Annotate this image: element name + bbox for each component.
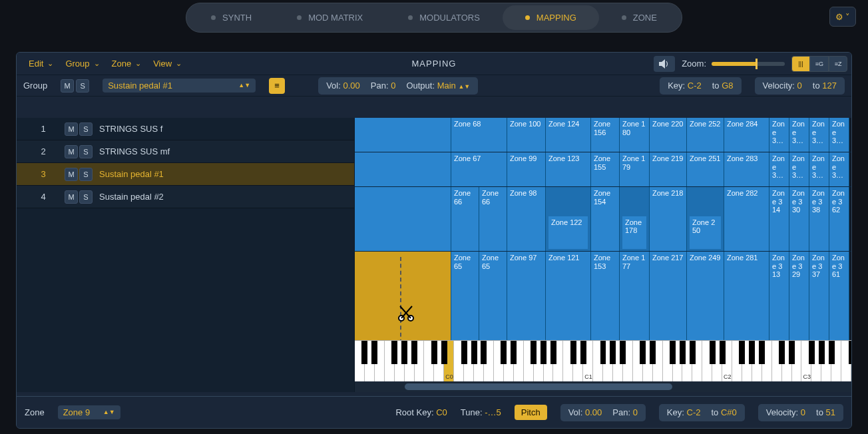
group-mute-button[interactable]: M	[61, 79, 74, 93]
zone-cell[interactable]: Zone 66	[451, 187, 479, 251]
tab-zone[interactable]: ZONE	[599, 5, 680, 30]
solo-button[interactable]: S	[79, 190, 93, 204]
group-key-from[interactable]: C-2	[688, 81, 702, 91]
zone-cell[interactable]: Zone 155	[591, 152, 620, 186]
zone-cell[interactable]: Zone 3…	[829, 152, 849, 186]
group-output-select[interactable]: Main ▲▼	[437, 81, 471, 91]
zone-cell[interactable]: Zone 250	[687, 187, 724, 251]
zone-cell[interactable]: Zone 283	[724, 152, 769, 186]
group-solo-button[interactable]: S	[76, 79, 89, 93]
view-list-z-icon[interactable]: ≡Z	[829, 56, 847, 72]
group-pan-value[interactable]: 0	[391, 81, 395, 91]
zone-cell[interactable]: Zone 65	[451, 252, 479, 351]
zone-cell[interactable]: Zone 67	[451, 152, 507, 186]
zone-cell[interactable]: Zone 314	[769, 187, 789, 251]
zone-cell[interactable]: Zone 313	[769, 252, 789, 351]
zone-cell[interactable]: Zone 251	[687, 152, 724, 186]
mute-button[interactable]: M	[65, 122, 78, 136]
zone-key-to[interactable]: C#0	[721, 407, 737, 417]
zone-root-key[interactable]: C0	[436, 407, 447, 417]
zone-cell[interactable]: Zone 180	[620, 118, 650, 152]
solo-button[interactable]: S	[79, 122, 93, 136]
zone-map[interactable]: Zone 68Zone 100Zone 124Zone 156Zone 180Z…	[355, 118, 851, 392]
zone-cell[interactable]: Zone 3…	[789, 118, 809, 152]
zone-cell[interactable]: Zone 217	[650, 252, 687, 351]
view-list-g-icon[interactable]: ≡G	[810, 56, 829, 72]
zone-cell[interactable]: Zone 337	[809, 252, 829, 351]
zone-cell[interactable]: Zone 3…	[809, 152, 829, 186]
group-row[interactable]: 3 M S Sustain pedal #1	[17, 163, 354, 186]
zone-cell[interactable]	[355, 152, 451, 186]
zone-cell[interactable]: Zone 284	[724, 118, 769, 152]
view-keyboard-icon[interactable]: |||	[791, 56, 810, 72]
solo-button[interactable]: S	[79, 168, 93, 181]
zone-cell[interactable]: Zone 179	[620, 152, 650, 186]
zone-cell[interactable]: Zone 282	[724, 187, 769, 251]
zone-tune[interactable]: -…5	[485, 407, 501, 417]
zone-cell[interactable]: Zone 3…	[769, 152, 789, 186]
zone-cell[interactable]: Zone 219	[650, 152, 687, 186]
zone-cell[interactable]: Zone 329	[789, 252, 809, 351]
group-vel-from[interactable]: 0	[797, 81, 802, 91]
mute-button[interactable]: M	[65, 190, 78, 204]
zoom-control[interactable]: Zoom:	[682, 59, 785, 69]
zone-cell[interactable]	[355, 252, 451, 351]
zone-cell[interactable]: Zone 3…	[829, 118, 849, 152]
zone-cell[interactable]: Zone 281	[724, 252, 769, 351]
group-vel-to[interactable]: 127	[822, 81, 837, 91]
tab-modulators[interactable]: MODULATORS	[385, 5, 503, 30]
zone-select[interactable]: Zone 9 ▲▼	[58, 405, 120, 419]
zone-cell[interactable]: Zone 123	[546, 152, 591, 186]
group-menu[interactable]: Group⌄	[60, 56, 105, 71]
zone-cell[interactable]	[355, 118, 451, 152]
zone-cell[interactable]: Zone 218	[650, 187, 687, 251]
group-key-to[interactable]: G8	[722, 81, 733, 91]
tab-synth[interactable]: SYNTH	[188, 5, 274, 30]
zone-cell[interactable]: Zone 66	[479, 187, 507, 251]
gear-icon[interactable]: ⚙ ˅	[829, 7, 856, 27]
zone-cell[interactable]: Zone 121	[546, 252, 591, 351]
zone-cell[interactable]: Zone 98	[507, 187, 546, 251]
group-select[interactable]: Sustain pedal #1 ▲▼	[103, 79, 256, 93]
view-menu[interactable]: View⌄	[148, 56, 187, 71]
edit-menu[interactable]: Edit⌄	[23, 56, 59, 71]
zone-cell[interactable]: Zone 220	[650, 118, 687, 152]
group-row[interactable]: 1 M S STRINGS SUS f	[17, 118, 354, 140]
zone-cell[interactable]: Zone 252	[687, 118, 724, 152]
zone-cell[interactable]: Zone 249	[687, 252, 724, 351]
zone-key-from[interactable]: C-2	[687, 407, 701, 417]
zone-cell[interactable]: Zone 177	[620, 252, 650, 351]
zone-cell[interactable]: Zone 178	[620, 187, 650, 251]
pitch-button[interactable]: Pitch	[515, 405, 547, 420]
zone-vel-to[interactable]: 51	[826, 407, 835, 417]
zone-cell[interactable]: Zone 99	[507, 152, 546, 186]
zone-cell[interactable]: Zone 156	[591, 118, 620, 152]
group-row[interactable]: 4 M S Sustain pedal #2	[17, 186, 354, 208]
group-row[interactable]: 2 M S STRINGS SUS mf	[17, 140, 354, 163]
zone-cell[interactable]: Zone 124	[546, 118, 591, 152]
zone-cell[interactable]: Zone 122	[546, 187, 591, 251]
mute-button[interactable]: M	[65, 168, 78, 181]
zone-cell[interactable]: Zone 153	[591, 252, 620, 351]
zone-cell[interactable]	[355, 187, 451, 251]
zone-cell[interactable]: Zone 100	[507, 118, 546, 152]
zone-cell[interactable]: Zone 362	[829, 187, 849, 251]
zone-vol[interactable]: 0.00	[585, 407, 602, 417]
group-vol-value[interactable]: 0.00	[343, 81, 359, 91]
zone-cell[interactable]: Zone 3…	[809, 118, 829, 152]
horizontal-scroll[interactable]	[355, 381, 851, 392]
keyboard[interactable]: C0C1C2C3	[355, 340, 851, 381]
list-toggle-icon[interactable]: ≡	[269, 78, 285, 94]
tab-mod-matrix[interactable]: MOD MATRIX	[274, 5, 385, 30]
speaker-toggle[interactable]	[654, 56, 675, 72]
zone-cell[interactable]: Zone 68	[451, 118, 507, 152]
mute-button[interactable]: M	[65, 145, 78, 158]
zone-cell[interactable]: Zone 330	[789, 187, 809, 251]
zone-cell[interactable]: Zone 3…	[769, 118, 789, 152]
zone-menu[interactable]: Zone⌄	[107, 56, 147, 71]
tab-mapping[interactable]: MAPPING	[503, 5, 599, 30]
zone-cell[interactable]: Zone 338	[809, 187, 829, 251]
solo-button[interactable]: S	[79, 145, 93, 158]
zone-cell[interactable]: Zone 3…	[789, 152, 809, 186]
zone-cell[interactable]: Zone 154	[591, 187, 620, 251]
